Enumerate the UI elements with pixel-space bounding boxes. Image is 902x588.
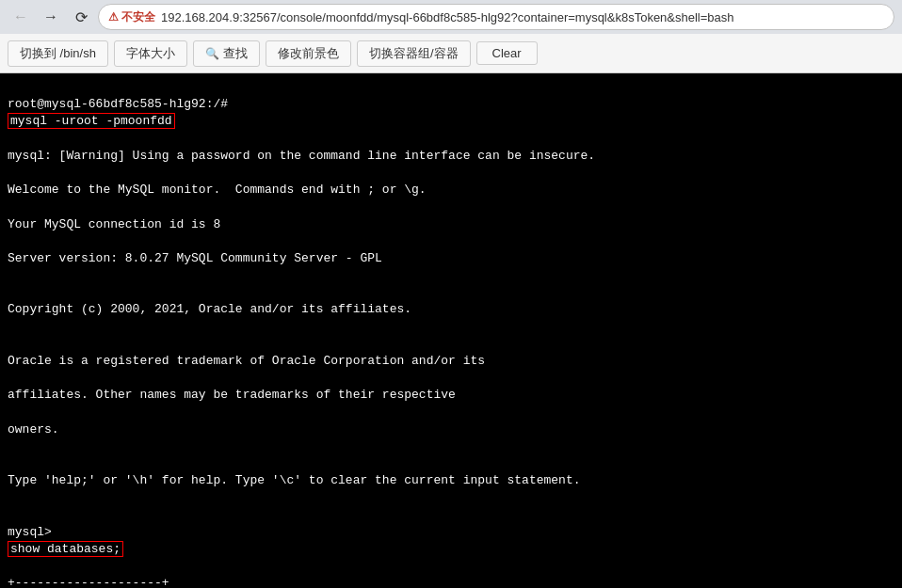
- address-bar[interactable]: ⚠ 不安全 192.168.204.9:32567/console/moonfd…: [98, 4, 894, 30]
- security-warning: ⚠ 不安全: [108, 9, 155, 25]
- toolbar: 切换到 /bin/sh 字体大小 🔍 查找 修改前景色 切换容器组/容器 Cle…: [0, 34, 902, 73]
- switch-container-button[interactable]: 切换容器组/容器: [357, 40, 471, 67]
- prompt1: root@mysql-66bdf8c585-hlg92:/# mysql -ur…: [8, 97, 235, 129]
- url-display: 192.168.204.9:32567/console/moonfdd/mysq…: [161, 10, 734, 24]
- terminal-line8: Oracle is a registered trademark of Orac…: [8, 354, 485, 368]
- terminal-line10: owners.: [8, 422, 59, 437]
- find-button[interactable]: 🔍 查找: [193, 40, 260, 67]
- refresh-button[interactable]: ⟳: [68, 4, 94, 30]
- command2-highlighted: show databases;: [8, 541, 123, 557]
- terminal-line3: Your MySQL connection id is 8: [8, 217, 220, 231]
- search-icon: 🔍: [205, 47, 219, 60]
- terminal-line12: Type 'help;' or '\h' for help. Type '\c'…: [8, 473, 581, 487]
- separator1: +--------------------+: [8, 576, 169, 588]
- switch-shell-button[interactable]: 切换到 /bin/sh: [8, 40, 108, 67]
- nav-bar: ← → ⟳ ⚠ 不安全 192.168.204.9:32567/console/…: [0, 0, 902, 34]
- terminal-line1: mysql: [Warning] Using a password on the…: [8, 149, 595, 163]
- warning-icon: ⚠: [108, 10, 119, 24]
- forward-button[interactable]: →: [38, 4, 64, 30]
- foreground-color-button[interactable]: 修改前景色: [266, 40, 351, 67]
- terminal-line9: affiliates. Other names may be trademark…: [8, 388, 456, 402]
- terminal-line6: Copyright (c) 2000, 2021, Oracle and/or …: [8, 302, 411, 316]
- clear-button[interactable]: Clear: [476, 41, 538, 65]
- terminal-line4: Server version: 8.0.27 MySQL Community S…: [8, 251, 382, 265]
- terminal-line2: Welcome to the MySQL monitor. Commands e…: [8, 183, 427, 197]
- find-label: 查找: [223, 45, 248, 62]
- prompt2-line: mysql> show databases;: [8, 525, 123, 557]
- security-label: 不安全: [121, 9, 155, 25]
- command1-highlighted: mysql -uroot -pmoonfdd: [8, 113, 175, 129]
- terminal[interactable]: root@mysql-66bdf8c585-hlg92:/# mysql -ur…: [0, 73, 902, 588]
- back-button[interactable]: ←: [8, 4, 34, 30]
- font-size-button[interactable]: 字体大小: [114, 40, 187, 67]
